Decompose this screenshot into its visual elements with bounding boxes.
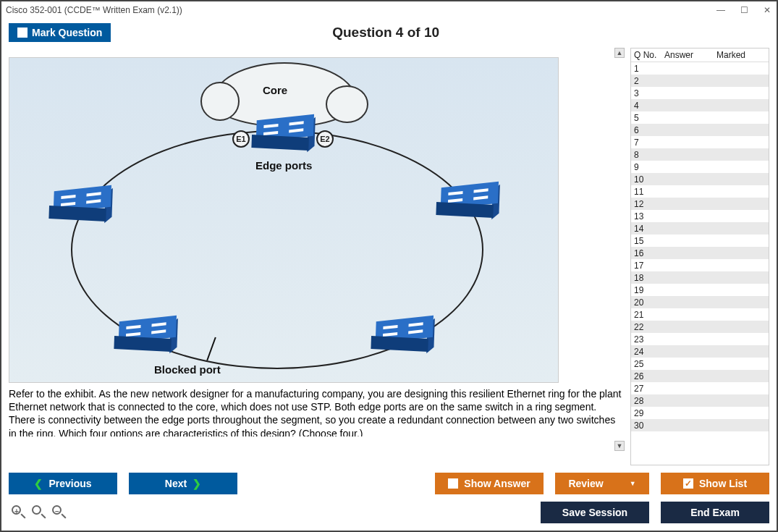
list-item[interactable]: 16 xyxy=(631,247,769,259)
previous-label: Previous xyxy=(48,478,91,489)
exhibit-wrap: Core E1 E2 Edge ports xyxy=(9,57,625,383)
qno-cell: 10 xyxy=(634,174,663,185)
list-item[interactable]: 9 xyxy=(631,161,769,173)
qno-cell: 14 xyxy=(634,224,663,234)
list-item[interactable]: 11 xyxy=(631,185,769,198)
list-item[interactable]: 10 xyxy=(631,173,769,185)
zoom-reset-icon[interactable] xyxy=(32,505,46,520)
checkbox-checked-icon xyxy=(683,478,693,489)
scroll-up-icon[interactable]: ▲ xyxy=(614,48,625,58)
list-item[interactable]: 27 xyxy=(631,382,769,394)
list-item[interactable]: 2 xyxy=(631,75,769,87)
list-item[interactable]: 18 xyxy=(631,271,769,284)
list-item[interactable]: 22 xyxy=(631,321,769,333)
question-list-header: Q No. Answer Marked xyxy=(631,48,769,62)
list-item[interactable]: 28 xyxy=(631,394,769,407)
blocked-port-label: Blocked port xyxy=(154,363,221,376)
list-item[interactable]: 1 xyxy=(631,62,769,75)
titlebar: Cisco 352-001 (CCDE™ Written Exam (v2.1)… xyxy=(1,1,777,19)
zoom-controls: + – xyxy=(9,505,67,520)
checkbox-icon xyxy=(17,28,28,38)
list-item[interactable]: 8 xyxy=(631,148,769,161)
end-exam-button[interactable]: End Exam xyxy=(661,502,769,523)
list-item[interactable]: 14 xyxy=(631,222,769,235)
mark-question-button[interactable]: Mark Question xyxy=(9,23,111,42)
qno-cell: 28 xyxy=(634,396,663,406)
qno-cell: 29 xyxy=(634,408,663,418)
qno-cell: 18 xyxy=(634,273,663,283)
checkbox-icon xyxy=(448,478,458,489)
next-label: Next xyxy=(165,478,187,489)
list-item[interactable]: 24 xyxy=(631,345,769,358)
edge-port-e1: E1 xyxy=(232,130,250,148)
chevron-left-icon: ❮ xyxy=(34,478,43,489)
save-session-label: Save Session xyxy=(562,507,627,518)
previous-button[interactable]: ❮ Previous xyxy=(9,473,117,494)
header-qno: Q No. xyxy=(634,50,664,60)
qno-cell: 16 xyxy=(634,248,663,258)
end-exam-label: End Exam xyxy=(690,507,740,518)
qno-cell: 27 xyxy=(634,384,663,394)
list-item[interactable]: 19 xyxy=(631,284,769,296)
header-row: Mark Question Question 4 of 10 xyxy=(1,19,777,48)
list-item[interactable]: 7 xyxy=(631,136,769,148)
qno-cell: 11 xyxy=(634,187,663,197)
question-panel: ▲ Core E1 E2 Edge ports xyxy=(9,48,625,465)
show-list-button[interactable]: Show List xyxy=(661,473,769,494)
scroll-down-icon[interactable]: ▼ xyxy=(614,441,625,451)
qno-cell: 24 xyxy=(634,347,663,357)
list-item[interactable]: 20 xyxy=(631,296,769,308)
app-window: Cisco 352-001 (CCDE™ Written Exam (v2.1)… xyxy=(0,0,778,532)
qno-cell: 1 xyxy=(634,64,663,74)
switch-left xyxy=(48,188,111,224)
minimize-icon[interactable]: — xyxy=(716,5,726,15)
next-button[interactable]: Next ❯ xyxy=(129,473,237,494)
show-answer-button[interactable]: Show Answer xyxy=(435,473,544,494)
review-label: Review xyxy=(568,478,603,489)
list-item[interactable]: 17 xyxy=(631,259,769,271)
list-item[interactable]: 13 xyxy=(631,210,769,222)
main-area: ▲ Core E1 E2 Edge ports xyxy=(1,48,777,465)
list-item[interactable]: 6 xyxy=(631,124,769,136)
qno-cell: 6 xyxy=(634,125,663,135)
chevron-right-icon: ❯ xyxy=(193,478,201,489)
chevron-down-icon: ▼ xyxy=(630,480,636,487)
list-item[interactable]: 25 xyxy=(631,358,769,370)
qno-cell: 20 xyxy=(634,297,663,308)
maximize-icon[interactable]: ☐ xyxy=(739,5,749,15)
footer: ❮ Previous Next ❯ Show Answer Review ▼ S… xyxy=(1,465,777,531)
list-item[interactable]: 26 xyxy=(631,370,769,382)
list-item[interactable]: 12 xyxy=(631,198,769,210)
qno-cell: 7 xyxy=(634,138,663,148)
list-item[interactable]: 21 xyxy=(631,308,769,321)
question-text: Refer to the exhibit. As the new network… xyxy=(9,387,625,436)
qno-cell: 15 xyxy=(634,236,663,246)
qno-cell: 23 xyxy=(634,334,663,345)
list-item[interactable]: 23 xyxy=(631,333,769,345)
exhibit-image: Core E1 E2 Edge ports xyxy=(9,57,559,383)
list-item[interactable]: 29 xyxy=(631,407,769,419)
list-item[interactable]: 5 xyxy=(631,111,769,124)
edge-ports-label: Edge ports xyxy=(255,159,312,172)
zoom-out-icon[interactable]: – xyxy=(52,505,67,520)
question-list-panel: Q No. Answer Marked 12345678910111213141… xyxy=(630,48,769,465)
question-counter: Question 4 of 10 xyxy=(111,25,661,41)
edge-port-e2: E2 xyxy=(316,130,334,148)
qno-cell: 3 xyxy=(634,88,663,98)
window-title: Cisco 352-001 (CCDE™ Written Exam (v2.1)… xyxy=(6,5,182,15)
cloud-label: Core xyxy=(263,84,287,96)
list-item[interactable]: 4 xyxy=(631,99,769,111)
qno-cell: 13 xyxy=(634,211,663,221)
close-icon[interactable]: ✕ xyxy=(762,5,772,15)
list-item[interactable]: 15 xyxy=(631,235,769,247)
save-session-button[interactable]: Save Session xyxy=(541,502,649,523)
show-list-label: Show List xyxy=(699,478,747,489)
switch-bottom-left xyxy=(114,318,177,355)
list-item[interactable]: 30 xyxy=(631,419,769,431)
zoom-in-icon[interactable]: + xyxy=(12,505,26,520)
question-list[interactable]: 1234567891011121314151617181920212223242… xyxy=(631,62,769,465)
review-button[interactable]: Review ▼ xyxy=(555,473,649,494)
qno-cell: 19 xyxy=(634,285,663,295)
qno-cell: 22 xyxy=(634,322,663,332)
list-item[interactable]: 3 xyxy=(631,87,769,99)
